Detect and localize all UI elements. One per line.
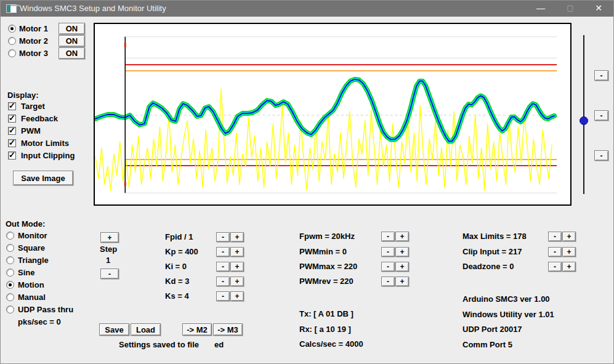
pwm-plus-button-2[interactable]: + (395, 262, 409, 272)
pid-label-1: Kp = 400 (165, 247, 198, 257)
pwm-label-0: Fpwm = 20kHz (299, 232, 355, 241)
motor-on-button-2[interactable]: ON (59, 35, 85, 47)
save-button[interactable]: Save (99, 323, 129, 336)
display-checkbox-label: Target (21, 102, 45, 111)
display-checkbox-label: Input Clipping (21, 151, 75, 161)
limits-label-0: Max Limits = 178 (463, 232, 527, 241)
rx-text: Rx: [ a 10 19 ] (299, 325, 351, 334)
step-minus-button[interactable]: - (100, 269, 119, 279)
pwm-label-3: PWMrev = 220 (299, 277, 353, 286)
pid-plus-button-2[interactable]: + (230, 262, 244, 272)
close-icon[interactable]: ✕ (585, 1, 612, 17)
limits-minus-button-0[interactable]: - (548, 232, 562, 241)
limits-plus-button-1[interactable]: + (562, 247, 576, 257)
pwm-plus-button-1[interactable]: + (395, 247, 409, 257)
out-mode-radio-motion[interactable] (6, 281, 14, 289)
out-mode-label: Sine (18, 268, 34, 278)
pwm-plus-button-3[interactable]: + (395, 277, 409, 286)
to-m2-button[interactable]: -> M2 (182, 323, 212, 336)
out-mode-label: UDP Pass thru (18, 305, 73, 315)
pid-plus-button-4[interactable]: + (230, 291, 244, 301)
out-mode-label: Manual (18, 293, 46, 302)
pid-plus-button-3[interactable]: + (230, 277, 244, 286)
motor-label-1: Motor 1 (19, 24, 48, 34)
scale-slider-knob[interactable] (580, 116, 588, 125)
motor-label-3: Motor 3 (19, 49, 48, 59)
pwm-label-1: PWMmin = 0 (299, 247, 347, 257)
limits-label-2: Deadzone = 0 (463, 262, 514, 272)
out-mode-radio-udp-pass-thru[interactable] (6, 305, 14, 313)
to-m3-button[interactable]: -> M3 (213, 323, 243, 336)
load-button[interactable]: Load (131, 323, 161, 336)
display-checkbox-label: Motor Limits (21, 139, 69, 148)
pid-minus-button-3[interactable]: - (216, 277, 230, 286)
motor-on-button-1[interactable]: ON (59, 23, 85, 34)
pid-plus-button-0[interactable]: + (230, 232, 244, 242)
maximize-icon[interactable]: ▢ (557, 1, 584, 17)
trace-feedback-core (95, 79, 554, 142)
pwm-minus-button-2[interactable]: - (381, 262, 395, 272)
motor-radio-1[interactable] (8, 25, 16, 33)
app-icon (6, 4, 17, 13)
limits-minus-button-1[interactable]: - (548, 247, 562, 257)
settings-status-fragment: ed (214, 340, 224, 350)
motor-on-button-3[interactable]: ON (59, 47, 85, 59)
pks-per-sec-text: pks/sec = 0 (18, 317, 61, 327)
pwm-plus-button-0[interactable]: + (395, 232, 409, 241)
display-checkbox-motor-limits[interactable]: ✓ (8, 139, 16, 147)
pid-minus-button-0[interactable]: - (216, 232, 230, 242)
out-mode-label: Triangle (18, 256, 49, 265)
scale-slider-track[interactable] (583, 35, 584, 194)
minimize-icon[interactable]: — (527, 1, 554, 17)
pid-plus-button-1[interactable]: + (230, 247, 244, 257)
display-checkbox-label: PWM (21, 126, 41, 136)
pid-label-4: Ks = 4 (165, 291, 189, 301)
pid-label-3: Kd = 3 (165, 277, 189, 286)
display-checkbox-feedback[interactable]: ✓ (8, 115, 16, 123)
pid-minus-button-2[interactable]: - (216, 262, 230, 272)
scope-plot (95, 24, 570, 204)
out-mode-heading: Out Mode: (6, 219, 45, 229)
info-line-2: UDP Port 20017 (463, 325, 522, 334)
pwm-label-2: PWMmax = 220 (299, 262, 357, 272)
limits-plus-button-0[interactable]: + (562, 232, 576, 241)
display-checkbox-input-clipping[interactable]: ✓ (8, 152, 16, 160)
out-mode-radio-triangle[interactable] (6, 256, 14, 264)
tx-text: Tx: [ A 01 DB ] (299, 309, 353, 319)
title-bar: Windows SMC3 Setup and Monitor Utility —… (1, 1, 613, 17)
pwm-minus-button-0[interactable]: - (381, 232, 395, 241)
scale-button-1[interactable]: - (594, 110, 608, 121)
pid-label-0: Fpid / 1 (165, 232, 193, 242)
pid-minus-button-4[interactable]: - (216, 291, 230, 301)
calcs-text: Calcs/sec = 4000 (299, 339, 363, 349)
motor-radio-2[interactable] (8, 37, 16, 45)
out-mode-radio-sine[interactable] (6, 269, 14, 277)
display-checkbox-target[interactable]: ✓ (8, 102, 16, 110)
scale-button-2[interactable]: - (594, 150, 608, 161)
info-line-0: Arduino SMC3 ver 1.00 (463, 294, 550, 304)
out-mode-label: Monitor (18, 231, 47, 241)
trace-pwm (95, 89, 552, 191)
step-plus-button[interactable]: + (100, 232, 119, 243)
scale-button-0[interactable]: - (594, 70, 608, 81)
pwm-minus-button-1[interactable]: - (381, 247, 395, 257)
scope-chart (94, 23, 572, 206)
limits-plus-button-2[interactable]: + (562, 262, 576, 272)
app-window: Windows SMC3 Setup and Monitor Utility —… (0, 0, 614, 364)
limits-label-1: Clip Input = 217 (463, 247, 522, 257)
info-line-3: Comm Port 5 (463, 340, 512, 350)
step-value: 1 (106, 256, 110, 265)
display-checkbox-pwm[interactable]: ✓ (8, 127, 16, 135)
out-mode-label: Square (18, 243, 45, 253)
out-mode-radio-manual[interactable] (6, 293, 14, 301)
motor-radio-3[interactable] (8, 49, 16, 57)
pid-minus-button-1[interactable]: - (216, 247, 230, 257)
display-heading: Display: (7, 91, 39, 100)
out-mode-radio-square[interactable] (6, 244, 14, 252)
out-mode-radio-monitor[interactable] (6, 232, 14, 240)
limits-minus-button-2[interactable]: - (548, 262, 562, 272)
out-mode-label: Motion (18, 280, 44, 290)
step-label: Step (100, 245, 117, 254)
save-image-button[interactable]: Save Image (13, 171, 73, 185)
pwm-minus-button-3[interactable]: - (381, 277, 395, 286)
